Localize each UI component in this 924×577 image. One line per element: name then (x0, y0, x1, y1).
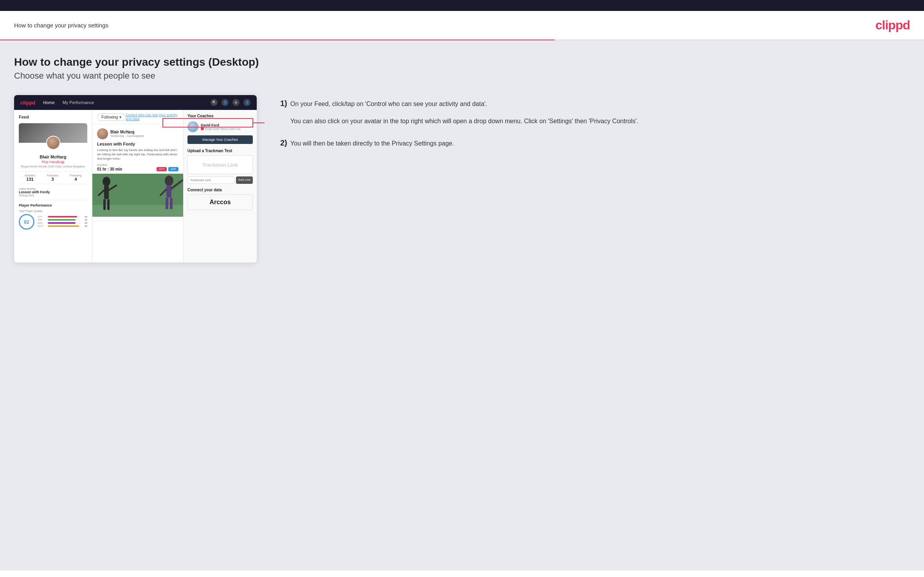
lesson-user-name: Blair McHarg (110, 130, 144, 134)
profile-avatar (46, 136, 60, 150)
coach-club-row: Royal North Devon Golf Club (201, 127, 240, 130)
stat-activities-label: Activities (25, 174, 36, 177)
following-label: Following (101, 115, 118, 119)
ott-label: OTT (38, 216, 46, 218)
arg-value: 86 (82, 222, 87, 224)
svg-rect-7 (107, 199, 110, 210)
instruction-2-row: 2) You will then be taken directly to th… (280, 138, 910, 151)
content-area: clippd Home My Performance 🔍 👤 ⊕ 👤 Feed (14, 95, 910, 262)
header-title: How to change your privacy settings (14, 22, 108, 29)
latest-activity-label: Latest Activity (19, 187, 87, 190)
stat-activities: Activities 131 (25, 174, 36, 182)
lesson-duration-row: 01 hr : 30 min OTT APP (97, 167, 178, 171)
instruction-1-extra: You can also click on your avatar in the… (290, 116, 638, 126)
header: How to change your privacy settings clip… (0, 11, 924, 40)
following-button[interactable]: Following ▾ (97, 113, 126, 121)
top-bar (0, 0, 924, 11)
app-mockup: clippd Home My Performance 🔍 👤 ⊕ 👤 Feed (14, 95, 257, 262)
instruction-item-2: 2) You will then be taken directly to th… (280, 138, 910, 151)
app-track (48, 219, 80, 221)
page-heading: How to change your privacy settings (Des… (14, 56, 910, 68)
svg-point-2 (103, 177, 110, 186)
putt-track (48, 225, 80, 227)
lesson-image (92, 174, 183, 217)
connect-title: Connect your data (187, 188, 253, 192)
avatar-inner (47, 137, 59, 149)
instruction-item-1: 1) On your Feed, click/tap on 'Control w… (280, 99, 910, 126)
coach-info: David Ford Royal North Devon Golf Club (201, 123, 240, 130)
stat-following-label: Following (70, 174, 82, 177)
app-navbar-logo: clippd (20, 100, 35, 106)
nav-item-performance[interactable]: My Performance (63, 100, 94, 105)
tpq-bars: OTT 90 APP 85 (38, 216, 87, 228)
nav-item-home[interactable]: Home (43, 100, 54, 105)
person-icon[interactable]: 👤 (222, 99, 229, 106)
lesson-card: Blair McHarg Yesterday · Sunningdale Les… (92, 124, 183, 221)
tpq-bar-app: APP 85 (38, 219, 87, 221)
instruction-1-row: 1) On your Feed, click/tap on 'Control w… (280, 99, 910, 126)
coaches-section: Your Coaches David Ford Royal North Devo… (187, 114, 253, 144)
svg-point-8 (165, 176, 173, 186)
profile-cover (19, 123, 87, 143)
player-performance-section: Player Performance Total Player Quality … (19, 200, 87, 230)
lesson-user-info: Blair McHarg Yesterday · Sunningdale (110, 130, 144, 138)
app-navbar: clippd Home My Performance 🔍 👤 ⊕ 👤 (14, 95, 257, 110)
instruction-2-text: You will then be taken directly to the P… (290, 138, 454, 149)
svg-rect-13 (166, 198, 168, 209)
manage-coaches-button[interactable]: Manage Your Coaches (187, 135, 253, 144)
ott-value: 90 (82, 216, 87, 218)
lesson-duration-value: 01 hr : 30 min (97, 167, 122, 171)
lesson-duration-label: Duration (97, 164, 178, 166)
avatar-icon[interactable]: 👤 (243, 99, 250, 106)
profile-name: Blair McHarg (19, 155, 87, 159)
lesson-image-svg (92, 174, 183, 217)
trackman-placeholder-text: Trackman Link (202, 162, 238, 168)
stat-followers-value: 3 (47, 177, 59, 182)
app-body: Feed Blair McHarg Plus Handicap Royal No… (14, 110, 257, 262)
clippd-logo: clippd (875, 18, 910, 32)
app-value: 85 (82, 219, 87, 221)
trackman-placeholder: Trackman Link (187, 155, 253, 174)
svg-rect-6 (103, 199, 106, 210)
instruction-1-text: On your Feed, click/tap on 'Control who … (290, 99, 638, 109)
svg-rect-3 (104, 185, 109, 199)
putt-fill (48, 225, 79, 227)
stat-followers-label: Followers (47, 174, 59, 177)
instruction-1-number: 1) (280, 99, 287, 108)
badge-app: APP (168, 167, 178, 171)
svg-rect-1 (92, 205, 183, 217)
app-right-sidebar: Your Coaches David Ford Royal North Devo… (183, 110, 257, 262)
coach-avatar (187, 121, 198, 132)
search-icon[interactable]: 🔍 (211, 99, 218, 106)
control-link[interactable]: Control who can see your activity and da… (126, 113, 178, 121)
arccos-logo: Arccos (187, 194, 253, 210)
feed-tab[interactable]: Feed (19, 115, 87, 119)
profile-stats: Activities 131 Followers 3 Following 4 (19, 171, 87, 184)
ott-track (48, 216, 80, 217)
profile-handicap: Plus Handicap (19, 160, 87, 164)
coach-row: David Ford Royal North Devon Golf Club (187, 121, 253, 132)
instruction-2-number: 2) (280, 138, 287, 147)
app-mockup-wrapper: clippd Home My Performance 🔍 👤 ⊕ 👤 Feed (14, 95, 257, 262)
app-left-sidebar: Feed Blair McHarg Plus Handicap Royal No… (14, 110, 92, 262)
add-icon[interactable]: ⊕ (232, 99, 240, 106)
app-nav-icons: 🔍 👤 ⊕ 👤 (211, 99, 250, 106)
stat-following-value: 4 (70, 177, 82, 182)
trackman-input[interactable] (187, 176, 234, 184)
feed-controls: Following ▾ Control who can see your act… (92, 110, 183, 124)
connect-section: Connect your data Arccos (187, 188, 253, 210)
chevron-down-icon: ▾ (119, 115, 121, 119)
coaches-title: Your Coaches (187, 114, 253, 118)
profile-club: Royal North Devon Golf Club, United King… (19, 165, 87, 168)
badge-ott: OTT (157, 167, 167, 171)
lesson-user: Blair McHarg Yesterday · Sunningdale (97, 128, 178, 139)
latest-activity-date: 03 Aug 2022 (19, 194, 87, 197)
putt-value: 96 (82, 225, 87, 227)
instruction-2-content: You will then be taken directly to the P… (290, 138, 454, 149)
app-feed: Following ▾ Control who can see your act… (92, 110, 183, 262)
app-label: APP (38, 219, 46, 221)
add-link-button[interactable]: Add Link (236, 176, 253, 184)
arg-track (48, 222, 80, 224)
tpq-bar-ott: OTT 90 (38, 216, 87, 218)
tpq-row: 92 OTT 90 APP (19, 214, 87, 230)
